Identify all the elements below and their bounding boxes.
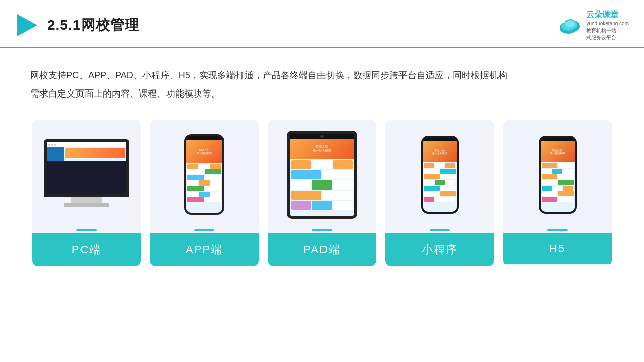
phone-miniapp-icon: 职达人的第一堂判断课 — [421, 136, 459, 214]
card-label-bar — [76, 229, 97, 231]
card-h5-label: H5 — [503, 233, 612, 264]
card-miniapp-label: 小程序 — [385, 233, 494, 266]
phone-h5-icon: 职达人的第一堂判断课 — [539, 136, 577, 214]
card-label-bar — [547, 229, 568, 231]
card-pad: 职达人的第一堂判断课 — [268, 120, 376, 266]
brand-logo: 云朵课堂 yunduoketang.com 教育机构一站 式服务云平台 — [558, 9, 629, 41]
card-pc-label: PC端 — [32, 233, 141, 266]
card-pad-image: 职达人的第一堂判断课 — [268, 120, 376, 225]
svg-marker-0 — [17, 14, 37, 36]
card-app-image: 职达人的第一堂判断课 — [150, 120, 259, 225]
card-app-label: APP端 — [150, 233, 259, 266]
page-title: 2.5.1网校管理 — [47, 16, 139, 35]
card-h5-image: 职达人的第一堂判断课 — [503, 120, 612, 225]
card-app: 职达人的第一堂判断课 — [150, 120, 259, 266]
header-left: 2.5.1网校管理 — [15, 12, 139, 38]
tablet-pad-icon: 职达人的第一堂判断课 — [287, 131, 357, 219]
brand-domain: yunduoketang.com — [586, 20, 629, 27]
phone-app-icon: 职达人的第一堂判断课 — [184, 134, 224, 215]
header-right: 云朵课堂 yunduoketang.com 教育机构一站 式服务云平台 — [558, 9, 629, 41]
card-label-bar — [194, 229, 214, 231]
description-text: 网校支持PC、APP、PAD、小程序、H5，实现多端打通，产品各终端自由切换，数… — [0, 48, 644, 115]
card-miniapp: 职达人的第一堂判断课 — [385, 120, 494, 266]
pc-monitor-icon — [44, 139, 129, 210]
svg-point-7 — [566, 20, 575, 27]
page-header: 2.5.1网校管理 云朵课堂 yunduoketang.com 教育机构一站 式… — [0, 0, 644, 48]
card-label-bar — [312, 229, 332, 231]
card-h5: 职达人的第一堂判断课 — [503, 120, 612, 266]
card-pad-label: PAD端 — [268, 233, 376, 266]
brand-tagline: 教育机构一站 式服务云平台 — [586, 27, 629, 41]
logo-icon — [15, 12, 39, 38]
cloud-icon — [558, 15, 582, 35]
device-cards: PC端 职达人的第一堂判断课 — [0, 115, 644, 282]
card-pc: PC端 — [32, 120, 141, 266]
brand-name: 云朵课堂 — [586, 9, 629, 20]
brand-text: 云朵课堂 yunduoketang.com 教育机构一站 式服务云平台 — [586, 9, 629, 41]
card-miniapp-image: 职达人的第一堂判断课 — [385, 120, 494, 225]
card-pc-image — [32, 120, 141, 225]
card-label-bar — [430, 229, 450, 231]
